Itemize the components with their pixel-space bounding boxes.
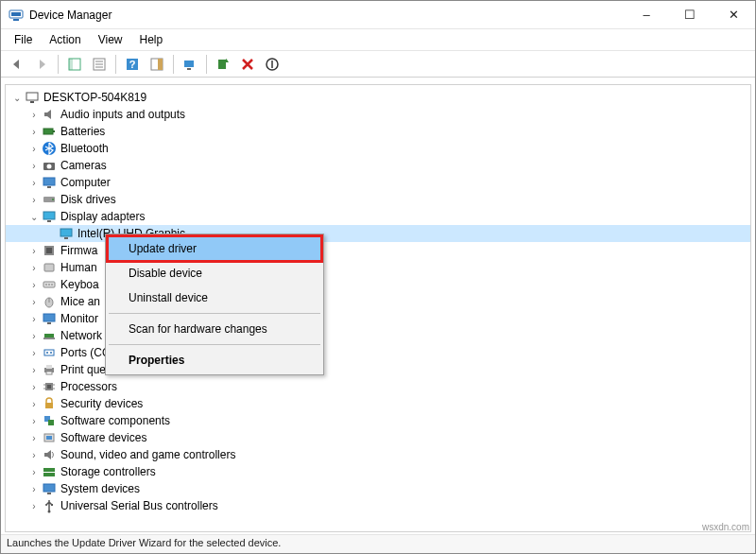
tree-label: Firmwa (60, 244, 97, 257)
tree-label: Universal Serial Bus controllers (60, 499, 218, 512)
svg-point-37 (48, 284, 49, 285)
expand-icon[interactable]: › (28, 416, 40, 426)
ctx-properties[interactable]: Properties (108, 348, 321, 372)
tree-item-audio[interactable]: ›Audio inputs and outputs (6, 106, 750, 123)
status-bar: Launches the Update Driver Wizard for th… (1, 534, 755, 553)
ctx-separator (109, 344, 320, 345)
tree-label: Security devices (60, 397, 143, 410)
expand-icon[interactable]: › (28, 501, 40, 511)
expand-icon[interactable]: › (28, 450, 40, 460)
properties-button[interactable] (89, 54, 110, 75)
minimize-button[interactable]: – (625, 1, 668, 28)
help-button[interactable]: ? (122, 54, 143, 75)
svg-rect-20 (53, 130, 55, 132)
forward-button[interactable] (31, 54, 52, 75)
title-bar: Device Manager – ☐ ✕ (1, 1, 755, 29)
tree-item-swdev[interactable]: ›Software devices (6, 429, 750, 446)
expand-icon[interactable]: › (28, 161, 40, 171)
tree-item-disk[interactable]: ›Disk drives (6, 191, 750, 208)
uninstall-device-button[interactable] (237, 54, 258, 75)
collapse-icon[interactable]: ⌄ (28, 212, 40, 222)
menu-file[interactable]: File (7, 31, 40, 48)
expand-icon[interactable]: › (28, 365, 40, 375)
svg-rect-59 (48, 420, 54, 425)
svg-rect-68 (51, 504, 53, 506)
camera-icon (42, 158, 57, 173)
tree-label: Software devices (60, 431, 146, 444)
tree-item-bluetooth[interactable]: ›Bluetooth (6, 140, 750, 157)
show-hide-console-tree-button[interactable] (64, 54, 85, 75)
tree-item-computer[interactable]: ›Computer (6, 174, 750, 191)
menu-bar: File Action View Help (1, 29, 755, 51)
menu-view[interactable]: View (91, 31, 130, 48)
expand-icon[interactable]: › (28, 297, 40, 307)
tree-item-storage[interactable]: ›Storage controllers (6, 463, 750, 480)
scan-hardware-button[interactable] (180, 54, 200, 75)
svg-rect-50 (46, 372, 52, 374)
tree-label: Computer (60, 176, 111, 189)
tree-item-batteries[interactable]: ›Batteries (6, 123, 750, 140)
svg-rect-18 (30, 101, 34, 103)
tree-item-cameras[interactable]: ›Cameras (6, 157, 750, 174)
ctx-scan-hardware[interactable]: Scan for hardware changes (108, 317, 321, 341)
expand-icon[interactable]: › (28, 178, 40, 188)
expand-icon[interactable]: › (28, 348, 40, 358)
software-device-icon (42, 430, 57, 445)
expand-icon[interactable]: › (28, 280, 40, 290)
tree-label: Network (60, 329, 102, 342)
toolbar-separator (173, 55, 174, 74)
svg-rect-33 (46, 248, 52, 253)
expand-icon[interactable]: › (28, 314, 40, 324)
tree-item-swcomp[interactable]: ›Software components (6, 412, 750, 429)
tree-item-display[interactable]: ⌄Display adapters (6, 208, 750, 225)
tree-label: Software components (60, 414, 170, 427)
ctx-disable-device[interactable]: Disable device (108, 261, 321, 286)
tree-label: Audio inputs and outputs (60, 108, 185, 121)
expand-icon[interactable]: › (28, 382, 40, 392)
disable-device-button[interactable] (262, 54, 283, 75)
maximize-button[interactable]: ☐ (668, 1, 712, 28)
svg-point-23 (47, 164, 52, 169)
tree-label: Batteries (60, 125, 105, 138)
svg-rect-62 (43, 468, 55, 472)
toolbar-separator (115, 55, 116, 74)
expand-icon[interactable]: › (28, 331, 40, 341)
svg-point-36 (45, 284, 46, 285)
menu-action[interactable]: Action (42, 31, 88, 48)
tree-item-usb[interactable]: ›Universal Serial Bus controllers (6, 497, 750, 514)
ctx-update-driver[interactable]: Update driver (108, 236, 321, 261)
expand-icon[interactable]: › (28, 110, 40, 120)
tree-item-sound[interactable]: ›Sound, video and game controllers (6, 446, 750, 463)
svg-rect-41 (43, 314, 55, 321)
close-button[interactable]: ✕ (712, 1, 755, 28)
collapse-icon[interactable]: ⌄ (11, 93, 23, 103)
update-driver-button[interactable] (213, 54, 233, 75)
expand-icon[interactable]: › (28, 433, 40, 443)
expand-icon[interactable]: › (28, 144, 40, 154)
monitor-icon (42, 311, 57, 326)
expand-icon[interactable]: › (28, 246, 40, 256)
back-button[interactable] (7, 54, 27, 75)
tree-item-processors[interactable]: ›Processors (6, 378, 750, 395)
menu-help[interactable]: Help (132, 31, 171, 48)
software-component-icon (42, 413, 57, 428)
expand-icon[interactable]: › (28, 127, 40, 137)
sound-icon (42, 447, 57, 462)
expand-icon[interactable]: › (28, 263, 40, 273)
expand-icon[interactable]: › (28, 484, 40, 494)
tree-item-security[interactable]: ›Security devices (6, 395, 750, 412)
expand-icon[interactable]: › (28, 399, 40, 409)
svg-rect-19 (43, 129, 53, 134)
expand-icon[interactable]: › (28, 195, 40, 205)
tree-label: Mice an (60, 295, 100, 308)
svg-rect-49 (46, 365, 52, 369)
ctx-uninstall-device[interactable]: Uninstall device (108, 286, 321, 310)
action-pane-button[interactable] (146, 54, 167, 75)
toolbar-separator (58, 55, 59, 74)
tree-item-system[interactable]: ›System devices (6, 480, 750, 497)
svg-rect-42 (47, 322, 51, 324)
printer-icon (42, 362, 57, 377)
mouse-icon (42, 294, 57, 309)
expand-icon[interactable]: › (28, 467, 40, 477)
tree-root[interactable]: ⌄ DESKTOP-504K819 (6, 89, 750, 106)
